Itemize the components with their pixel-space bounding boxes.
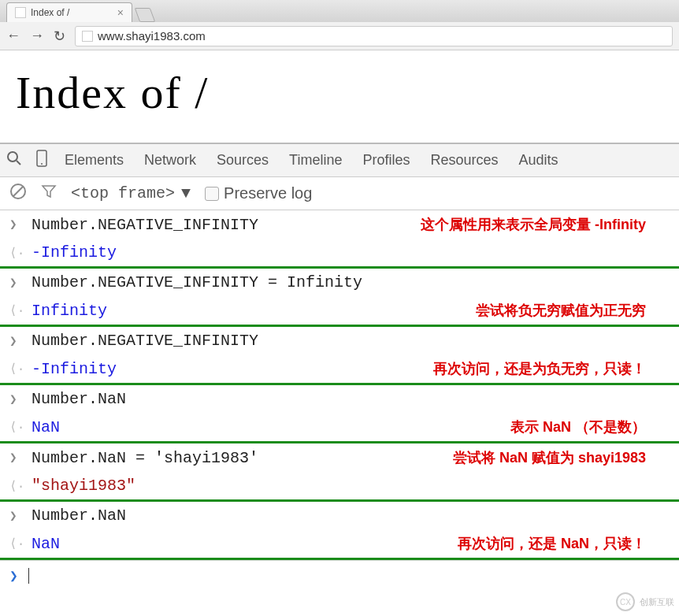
console-output: ❯Number.NEGATIVE_INFINITY这个属性用来表示全局变量 -I… <box>0 210 679 591</box>
svg-line-5 <box>13 187 23 196</box>
watermark-logo: CX <box>616 592 635 611</box>
input-marker-icon: ❯ <box>9 333 32 349</box>
annotation: 这个属性用来表示全局变量 -Infinity <box>421 215 670 234</box>
tab-sources[interactable]: Sources <box>213 146 272 175</box>
console-output-line: ⟨·"shayi1983" <box>0 472 679 499</box>
preserve-label: Preserve log <box>224 184 312 202</box>
output-marker-icon: ⟨· <box>9 302 32 318</box>
watermark-text: 创新互联 <box>640 596 674 608</box>
output-marker-icon: ⟨· <box>9 361 32 377</box>
page-title: Index of / <box>16 66 663 119</box>
devtools-panel: Elements Network Sources Timeline Profil… <box>0 143 679 591</box>
svg-line-1 <box>17 161 20 165</box>
input-marker-icon: ❯ <box>9 391 32 407</box>
new-tab-button[interactable] <box>135 8 156 22</box>
page-content: Index of / <box>0 50 679 143</box>
input-marker-icon: ❯ <box>9 508 32 524</box>
console-input-code: Number.NEGATIVE_INFINITY = Infinity <box>32 273 362 291</box>
console-group: ❯Number.NEGATIVE_INFINITY = Infinity⟨·In… <box>0 269 679 327</box>
console-input-code: Number.NEGATIVE_INFINITY <box>32 332 258 350</box>
browser-tab-strip: Index of / × <box>0 0 679 22</box>
output-marker-icon: ⟨· <box>9 536 32 551</box>
clear-console-icon[interactable] <box>9 183 27 205</box>
watermark: CX 创新互联 <box>616 592 674 611</box>
console-output-line: ⟨·NaN再次访问，还是 NaN，只读！ <box>0 529 679 558</box>
svg-point-3 <box>41 163 43 165</box>
console-input-code: Number.NEGATIVE_INFINITY <box>32 216 258 234</box>
input-marker-icon: ❯ <box>9 217 32 232</box>
reload-icon[interactable]: ↻ <box>54 28 65 45</box>
input-marker-icon: ❯ <box>9 450 32 466</box>
preserve-log-checkbox[interactable]: Preserve log <box>205 184 312 202</box>
console-toolbar: <top frame> ▼ Preserve log <box>0 177 679 210</box>
dropdown-icon: ▼ <box>181 184 191 202</box>
console-output-line: ⟨·-Infinity <box>0 239 679 266</box>
console-group: ❯Number.NaN = 'shayi1983'尝试将 NaN 赋值为 sha… <box>0 443 679 502</box>
browser-tab[interactable]: Index of / × <box>6 2 132 22</box>
console-group: ❯Number.NaN⟨·NaN再次访问，还是 NaN，只读！ <box>0 502 679 560</box>
input-marker-icon: ❯ <box>9 275 32 291</box>
annotation: 再次访问，还是为负无穷，只读！ <box>433 359 670 378</box>
console-input-code: Number.NaN = 'shayi1983' <box>32 449 258 467</box>
page-icon <box>82 31 93 42</box>
tab-title: Index of / <box>31 7 69 18</box>
annotation: 尝试将负无穷赋值为正无穷 <box>476 301 670 320</box>
console-output-line: ⟨·NaN表示 NaN （不是数） <box>0 413 679 441</box>
back-icon[interactable]: ← <box>6 28 20 44</box>
forward-icon[interactable]: → <box>30 28 44 44</box>
svg-point-0 <box>8 152 17 161</box>
output-marker-icon: ⟨· <box>9 419 32 435</box>
console-output-value: -Infinity <box>32 360 117 378</box>
tab-close-icon[interactable]: × <box>117 6 124 19</box>
frame-selector[interactable]: <top frame> ▼ <box>71 184 191 202</box>
console-input-line: ❯Number.NEGATIVE_INFINITY <box>0 327 679 354</box>
console-group: ❯Number.NEGATIVE_INFINITY⟨·-Infinity再次访问… <box>0 327 679 385</box>
address-bar[interactable]: www.shayi1983.com <box>75 26 673 46</box>
tab-network[interactable]: Network <box>141 146 199 175</box>
console-input-line: ❯Number.NEGATIVE_INFINITY这个属性用来表示全局变量 -I… <box>0 210 679 239</box>
url-text: www.shayi1983.com <box>98 29 206 43</box>
tab-audits[interactable]: Audits <box>516 146 562 175</box>
console-input-line: ❯Number.NEGATIVE_INFINITY = Infinity <box>0 269 679 296</box>
annotation: 尝试将 NaN 赋值为 shayi1983 <box>453 448 670 467</box>
tab-profiles[interactable]: Profiles <box>359 146 413 175</box>
console-input-code: Number.NaN <box>32 507 126 525</box>
annotation: 再次访问，还是 NaN，只读！ <box>458 534 670 553</box>
search-icon[interactable] <box>6 150 22 170</box>
browser-toolbar: ← → ↻ www.shayi1983.com <box>0 22 679 50</box>
console-output-value: -Infinity <box>32 243 117 262</box>
tab-resources[interactable]: Resources <box>428 146 502 175</box>
console-output-value: NaN <box>32 418 60 436</box>
console-group: ❯Number.NEGATIVE_INFINITY这个属性用来表示全局变量 -I… <box>0 210 679 269</box>
console-output-line: ⟨·Infinity尝试将负无穷赋值为正无穷 <box>0 296 679 325</box>
text-caret <box>28 568 29 584</box>
page-favicon <box>15 7 26 18</box>
checkbox-icon <box>205 187 219 201</box>
console-group: ❯Number.NaN⟨·NaN表示 NaN （不是数） <box>0 385 679 443</box>
console-input-code: Number.NaN <box>32 390 126 408</box>
frame-label: <top frame> <box>71 184 175 202</box>
output-marker-icon: ⟨· <box>9 478 32 494</box>
console-output-line: ⟨·-Infinity再次访问，还是为负无穷，只读！ <box>0 354 679 383</box>
console-input-line: ❯Number.NaN <box>0 502 679 529</box>
device-icon[interactable] <box>36 150 47 171</box>
console-output-value: NaN <box>32 535 60 553</box>
console-output-value: Infinity <box>32 302 107 320</box>
tab-timeline[interactable]: Timeline <box>286 146 345 175</box>
prompt-marker-icon: ❯ <box>9 567 28 584</box>
console-input-line: ❯Number.NaN = 'shayi1983'尝试将 NaN 赋值为 sha… <box>0 443 679 472</box>
console-output-value: "shayi1983" <box>32 477 135 495</box>
tab-elements[interactable]: Elements <box>61 146 127 175</box>
filter-icon[interactable] <box>41 184 57 204</box>
console-input-line: ❯Number.NaN <box>0 385 679 413</box>
console-prompt[interactable]: ❯ <box>0 560 679 591</box>
output-marker-icon: ⟨· <box>9 245 32 261</box>
devtools-tabbar: Elements Network Sources Timeline Profil… <box>0 144 679 177</box>
annotation: 表示 NaN （不是数） <box>510 417 670 436</box>
